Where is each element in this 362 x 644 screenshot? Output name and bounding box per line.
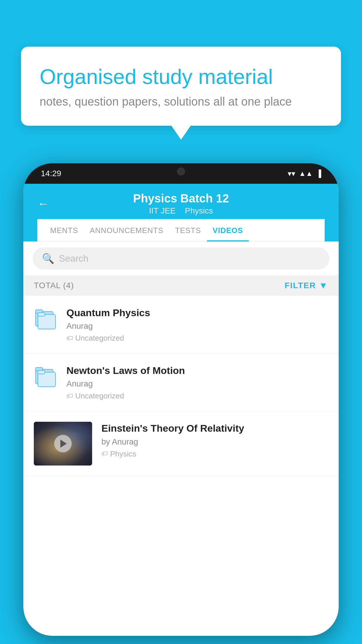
- video-list: Quantum Physics Anurag 🏷 Uncategorized: [23, 296, 339, 476]
- tag-icon-1: 🏷: [66, 335, 73, 342]
- play-button-3[interactable]: [54, 435, 72, 452]
- search-placeholder: Search: [59, 253, 88, 264]
- tag-text-3: Physics: [110, 449, 136, 459]
- video-folder-icon-1: [34, 306, 57, 332]
- batch-title: Physics Batch 12: [133, 192, 229, 205]
- phone-notch: [155, 163, 207, 178]
- signal-icon: ▲▲: [299, 169, 313, 178]
- total-count: TOTAL (4): [34, 281, 74, 290]
- video-info-2: Newton's Laws of Motion Anurag 🏷 Uncateg…: [66, 364, 328, 400]
- filter-icon: ▼: [319, 281, 328, 290]
- tab-videos[interactable]: VIDEOS: [207, 219, 249, 241]
- content-area: 🔍 Search TOTAL (4) FILTER ▼: [23, 242, 339, 476]
- status-time: 14:29: [41, 169, 61, 178]
- app-header: ← Physics Batch 12 IIT JEE Physics MENTS…: [23, 184, 339, 242]
- tab-tests[interactable]: TESTS: [169, 219, 207, 241]
- video-title-1: Quantum Physics: [66, 306, 328, 319]
- speech-bubble-card: Organised study material notes, question…: [21, 47, 341, 126]
- video-item-3[interactable]: Einstein's Theory Of Relativity by Anura…: [23, 411, 339, 476]
- video-item-1[interactable]: Quantum Physics Anurag 🏷 Uncategorized: [23, 296, 339, 354]
- tabs-bar: MENTS ANNOUNCEMENTS TESTS VIDEOS: [37, 219, 325, 242]
- video-tag-2: 🏷 Uncategorized: [66, 391, 328, 400]
- search-icon: 🔍: [42, 253, 54, 264]
- tab-documents[interactable]: MENTS: [44, 219, 84, 241]
- speech-bubble-subtitle: notes, question papers, solutions all at…: [40, 95, 322, 108]
- svg-rect-3: [38, 313, 45, 316]
- filter-button[interactable]: FILTER ▼: [284, 281, 328, 290]
- svg-rect-2: [38, 314, 55, 329]
- video-author-2: Anurag: [66, 379, 328, 388]
- batch-subject: Physics: [185, 206, 213, 215]
- status-bar: 14:29 ▾▾ ▲▲ ▐: [23, 163, 339, 184]
- play-triangle-icon: [60, 440, 67, 448]
- video-tag-3: 🏷 Physics: [101, 449, 328, 459]
- search-bar[interactable]: 🔍 Search: [33, 247, 329, 270]
- batch-subtitle: IIT JEE Physics: [133, 206, 229, 216]
- camera: [177, 167, 185, 176]
- video-item-2[interactable]: Newton's Laws of Motion Anurag 🏷 Uncateg…: [23, 354, 339, 411]
- filter-bar: TOTAL (4) FILTER ▼: [23, 275, 339, 296]
- tag-icon-3: 🏷: [101, 450, 108, 458]
- video-folder-icon-2: [34, 364, 57, 390]
- video-thumbnail-3: [34, 422, 92, 466]
- back-button[interactable]: ←: [37, 197, 49, 210]
- tag-icon-2: 🏷: [66, 392, 73, 400]
- svg-rect-7: [38, 370, 45, 374]
- batch-category: IIT JEE: [149, 206, 175, 215]
- video-author-1: Anurag: [66, 321, 328, 331]
- header-title-group: Physics Batch 12 IIT JEE Physics: [133, 192, 229, 216]
- speech-bubble-title: Organised study material: [40, 64, 322, 89]
- header-row: ← Physics Batch 12 IIT JEE Physics: [37, 192, 325, 219]
- video-tag-1: 🏷 Uncategorized: [66, 334, 328, 343]
- wifi-icon: ▾▾: [288, 169, 295, 178]
- video-info-3: Einstein's Theory Of Relativity by Anura…: [101, 422, 328, 458]
- battery-icon: ▐: [316, 169, 321, 178]
- tag-text-1: Uncategorized: [75, 334, 124, 343]
- video-author-3: by Anurag: [101, 437, 328, 447]
- filter-label: FILTER: [284, 281, 316, 290]
- tag-text-2: Uncategorized: [75, 391, 124, 400]
- video-info-1: Quantum Physics Anurag 🏷 Uncategorized: [66, 306, 328, 343]
- phone-frame: 14:29 ▾▾ ▲▲ ▐ ← Physics Batch 12 IIT JEE…: [23, 163, 339, 636]
- tab-announcements[interactable]: ANNOUNCEMENTS: [84, 219, 169, 241]
- search-bar-container: 🔍 Search: [23, 242, 339, 275]
- video-title-2: Newton's Laws of Motion: [66, 364, 328, 377]
- status-icons: ▾▾ ▲▲ ▐: [288, 169, 321, 178]
- svg-rect-6: [38, 372, 55, 387]
- video-title-3: Einstein's Theory Of Relativity: [101, 422, 328, 435]
- phone-screen: ← Physics Batch 12 IIT JEE Physics MENTS…: [23, 184, 339, 636]
